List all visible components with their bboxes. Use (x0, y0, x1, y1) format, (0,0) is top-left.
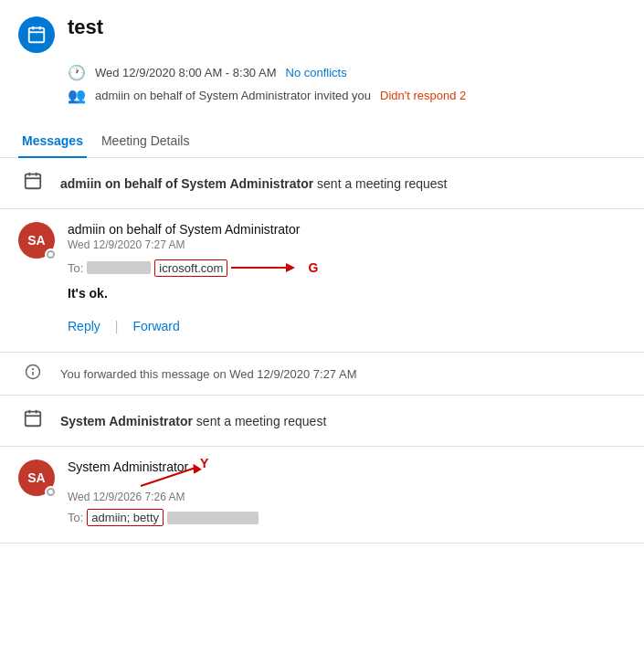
invite-text: admiin on behalf of System Administrator… (95, 89, 371, 102)
to-blurred-sysadmin (167, 512, 259, 524)
section-admiin-request: admiin on behalf of System Administrator… (0, 158, 644, 209)
calendar-section-icon-2 (18, 408, 48, 433)
svg-rect-4 (26, 174, 41, 189)
avatar-sysadmin: SA (18, 460, 55, 496)
forwarded-info-text: You forwarded this message on Wed 12/9/2… (60, 367, 357, 381)
message-to-admiin: To: icrosoft.com G (68, 257, 626, 279)
datetime-text: Wed 12/9/2020 8:00 AM - 8:30 AM (95, 66, 277, 79)
section-header-text-sysadmin: System Administrator sent a meeting requ… (60, 414, 326, 428)
annotation-arrow-sysadmin: Y (141, 468, 250, 495)
person-icon: 👥 (68, 87, 86, 104)
message-to-sysadmin: To: admiin; betty (68, 509, 626, 526)
message-body-sysadmin: System Administrator Y Wed 12/9/2026 7:2… (68, 460, 626, 530)
message-content-admiin: It's ok. (68, 286, 626, 301)
status-indicator-2 (47, 488, 55, 496)
svg-marker-9 (286, 263, 295, 272)
message-body-admiin: admiin on behalf of System Administrator… (68, 222, 626, 339)
header-meta: 🕐 Wed 12/9/2020 8:00 AM - 8:30 AM No con… (0, 60, 644, 108)
didnt-respond-link[interactable]: Didn't respond 2 (380, 89, 466, 102)
to-boxed-domain: icrosoft.com (154, 259, 227, 277)
tabs-bar: Messages Meeting Details (0, 115, 644, 158)
tab-meeting-details[interactable]: Meeting Details (98, 126, 205, 157)
status-indicator (47, 250, 55, 259)
calendar-icon (18, 16, 55, 53)
section-header-admiin: admiin on behalf of System Administrator… (0, 158, 644, 208)
no-conflicts-link[interactable]: No conflicts (286, 66, 347, 79)
action-divider: | (111, 319, 122, 333)
message-time-admiin: Wed 12/9/2020 7:27 AM (68, 238, 626, 251)
avatar-status (45, 248, 57, 260)
to-letter-g: G (308, 260, 318, 275)
to-label: To: (68, 261, 83, 275)
message-sysadmin: SA System Administrator Y Wed 12/9/2026 … (0, 447, 644, 544)
reply-button[interactable]: Reply (68, 313, 111, 339)
avatar-admiin: SA (18, 222, 55, 259)
message-sender-admiin: admiin on behalf of System Administrator (68, 222, 626, 237)
forward-button[interactable]: Forward (121, 313, 190, 339)
svg-rect-0 (29, 28, 45, 43)
tab-messages[interactable]: Messages (18, 126, 98, 157)
datetime-row: 🕐 Wed 12/9/2020 8:00 AM - 8:30 AM No con… (68, 64, 626, 81)
svg-rect-13 (26, 412, 41, 427)
section-header-text-admiin: admiin on behalf of System Administrator… (60, 176, 448, 191)
invite-row: 👥 admiin on behalf of System Administrat… (68, 87, 626, 104)
to-blurred-admiin (87, 261, 151, 274)
calendar-section-icon (18, 171, 48, 195)
header-title: test (68, 15, 103, 41)
message-admiin: SA admiin on behalf of System Administra… (0, 209, 644, 353)
info-icon (18, 364, 48, 384)
section-sysadmin-request: System Administrator sent a meeting requ… (0, 396, 644, 447)
section-header-sysadmin: System Administrator sent a meeting requ… (0, 396, 644, 446)
annotation-arrow-admiin (231, 257, 304, 279)
calendar-svg (26, 25, 47, 45)
message-actions-admiin: Reply | Forward (68, 313, 626, 339)
forwarded-info-row: You forwarded this message on Wed 12/9/2… (0, 353, 644, 396)
svg-line-17 (141, 468, 195, 486)
svg-text:Y: Y (200, 456, 209, 470)
to-boxed-admiin-betty: admiin; betty (87, 509, 164, 526)
clock-icon: 🕐 (68, 64, 86, 81)
to-label-2: To: (68, 511, 83, 524)
avatar-status-2 (45, 486, 57, 498)
email-header: test (0, 0, 644, 60)
